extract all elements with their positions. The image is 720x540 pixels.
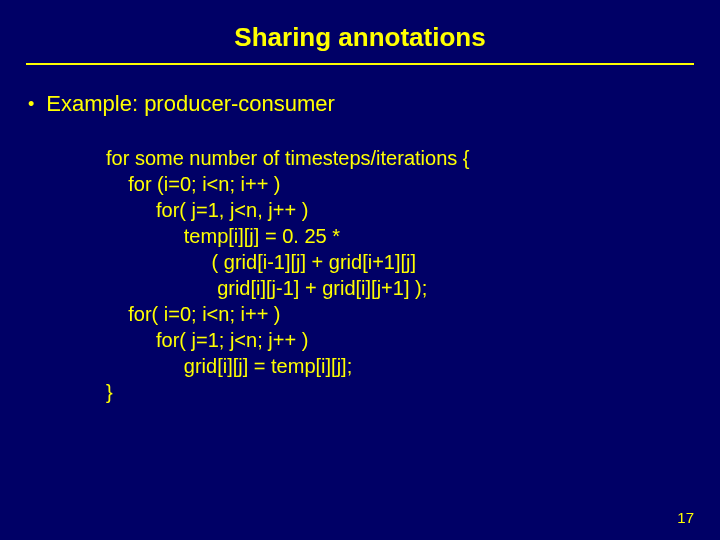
code-line: for some number of timesteps/iterations … — [106, 145, 720, 171]
code-line: for( i=0; i<n; i++ ) — [106, 301, 720, 327]
code-line: temp[i][j] = 0. 25 * — [106, 223, 720, 249]
code-line: grid[i][j-1] + grid[i][j+1] ); — [106, 275, 720, 301]
code-line: for( j=1, j<n, j++ ) — [106, 197, 720, 223]
bullet-dot-icon: • — [28, 91, 34, 117]
slide-title: Sharing annotations — [0, 0, 720, 61]
code-block: for some number of timesteps/iterations … — [106, 145, 720, 405]
code-line: grid[i][j] = temp[i][j]; — [106, 353, 720, 379]
page-number: 17 — [677, 509, 694, 526]
code-line: for( j=1; j<n; j++ ) — [106, 327, 720, 353]
code-line: } — [106, 379, 720, 405]
bullet-text: Example: producer-consumer — [46, 91, 335, 117]
code-line: for (i=0; i<n; i++ ) — [106, 171, 720, 197]
code-line: ( grid[i-1][j] + grid[i+1][j] — [106, 249, 720, 275]
bullet-item: • Example: producer-consumer — [28, 91, 720, 117]
title-divider — [26, 63, 694, 65]
